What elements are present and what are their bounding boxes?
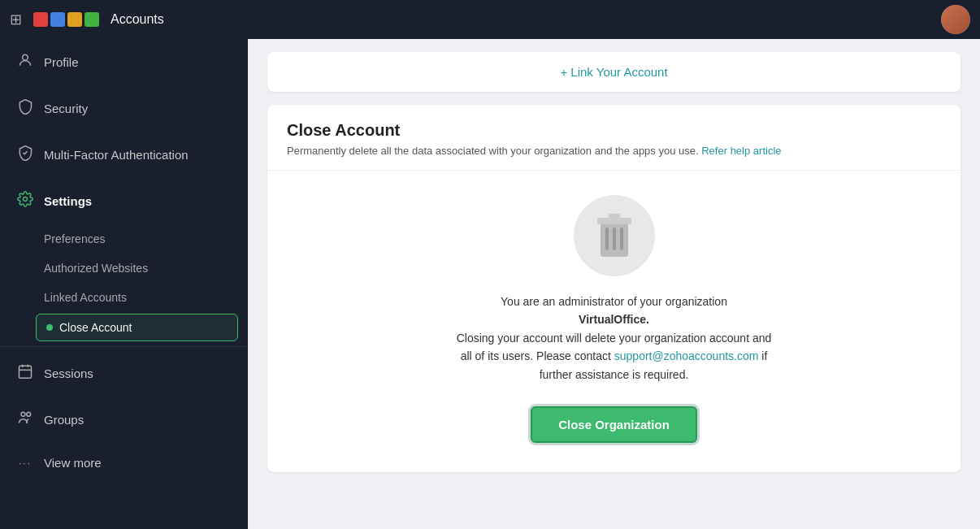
groups-icon	[16, 410, 34, 430]
svg-rect-2	[20, 366, 32, 378]
settings-icon	[16, 191, 34, 211]
sidebar-subitem-linked-accounts[interactable]: Linked Accounts	[0, 283, 248, 312]
refer-help-link[interactable]: Refer help article	[701, 145, 781, 157]
close-account-card: Close Account Permanently delete all the…	[267, 105, 960, 472]
sidebar-subitem-close-account[interactable]: Close Account	[36, 314, 238, 341]
profile-label: Profile	[44, 55, 79, 69]
close-account-title: Close Account	[287, 121, 941, 140]
profile-icon	[16, 52, 34, 72]
linked-accounts-label: Linked Accounts	[44, 291, 127, 304]
close-account-label: Close Account	[59, 321, 132, 334]
preferences-label: Preferences	[44, 232, 105, 245]
sidebar-item-mfa[interactable]: Multi-Factor Authentication	[0, 132, 248, 178]
close-account-message: You are an administrator of your organiz…	[452, 293, 777, 384]
logo-green-box	[85, 12, 99, 27]
support-email-link[interactable]: support@zohoaccounts.com	[614, 349, 759, 362]
logo-blue-box	[50, 12, 65, 27]
mfa-icon	[16, 145, 34, 165]
view-more-label: View more	[44, 456, 102, 470]
admin-message-line1: You are an administrator of your organiz…	[501, 295, 727, 308]
logo-red-box	[33, 12, 48, 27]
security-icon	[16, 98, 34, 119]
app-title: Accounts	[111, 12, 164, 27]
link-account-card: + Link Your Account	[267, 52, 960, 92]
trash-icon	[594, 211, 635, 260]
svg-point-0	[23, 54, 28, 60]
close-organization-button[interactable]: Close Organization	[531, 406, 697, 443]
sidebar-item-sessions[interactable]: Sessions	[0, 350, 248, 397]
sessions-icon	[16, 363, 34, 384]
sidebar-item-security[interactable]: Security	[0, 85, 248, 132]
sessions-label: Sessions	[44, 366, 93, 380]
sidebar: Profile Security Multi-Factor Authentica…	[0, 0, 248, 529]
svg-rect-9	[605, 228, 609, 250]
authorized-websites-label: Authorized Websites	[44, 262, 148, 275]
svg-rect-11	[620, 228, 623, 250]
close-account-description: Permanently delete all the data associat…	[287, 145, 941, 157]
content-area: + Link Your Account Close Account Perman…	[248, 39, 980, 485]
close-account-header: Close Account Permanently delete all the…	[267, 105, 960, 171]
svg-rect-13	[609, 214, 620, 219]
sidebar-item-profile[interactable]: Profile	[0, 39, 248, 85]
avatar-image	[941, 5, 970, 34]
org-name: VirtualOffice.	[579, 313, 649, 326]
sidebar-subitem-authorized-websites[interactable]: Authorized Websites	[0, 254, 248, 283]
main-content: + Link Your Account Close Account Perman…	[248, 0, 980, 529]
close-account-desc-text: Permanently delete all the data associat…	[287, 145, 699, 157]
grid-icon: ⊞	[10, 11, 22, 28]
view-more-icon: ···	[16, 457, 34, 469]
settings-label: Settings	[44, 194, 92, 208]
security-label: Security	[44, 102, 88, 115]
sidebar-item-view-more[interactable]: ··· View more	[0, 443, 248, 483]
trash-illustration	[574, 195, 655, 276]
close-account-body: You are an administrator of your organiz…	[267, 171, 960, 472]
active-dot	[46, 324, 53, 331]
groups-label: Groups	[44, 413, 84, 427]
svg-point-6	[21, 412, 25, 416]
user-avatar[interactable]	[941, 5, 970, 34]
svg-rect-12	[597, 218, 631, 224]
svg-point-1	[24, 197, 28, 202]
sidebar-item-groups[interactable]: Groups	[0, 397, 248, 443]
sidebar-item-settings[interactable]: Settings	[0, 178, 248, 224]
svg-rect-10	[613, 228, 616, 250]
svg-point-7	[27, 412, 31, 416]
header: ⊞ Accounts	[0, 0, 980, 39]
logo	[33, 12, 99, 27]
mfa-label: Multi-Factor Authentication	[44, 148, 189, 162]
link-account-button[interactable]: + Link Your Account	[560, 65, 667, 79]
logo-yellow-box	[67, 12, 82, 27]
sidebar-subitem-preferences[interactable]: Preferences	[0, 224, 248, 254]
sidebar-divider-1	[0, 346, 248, 347]
